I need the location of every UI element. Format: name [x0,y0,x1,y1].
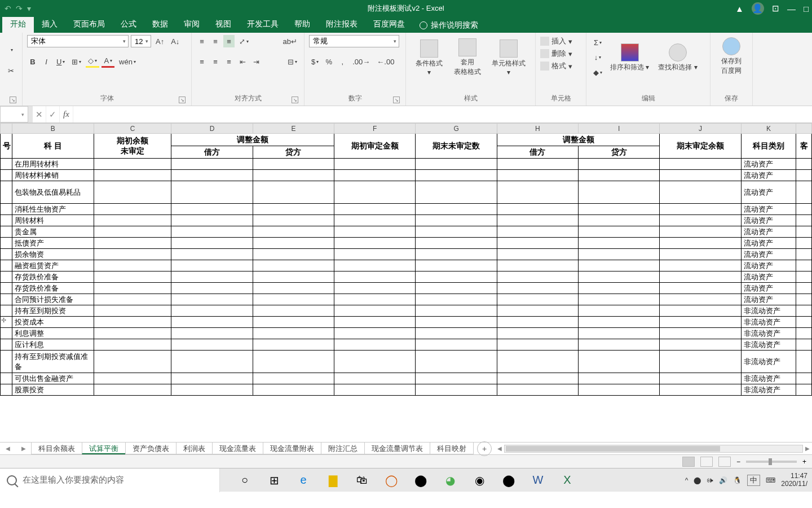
sheet-tab-科目余额表[interactable]: 科目余额表 [31,443,82,454]
table-row[interactable]: 持有至到期投资非流动资产 [1,305,812,317]
orientation-button[interactable]: ⤢ [237,35,251,47]
conditional-format-button[interactable]: 条件格式 ▾ [411,37,448,78]
tray-network-icon[interactable]: 🕪 [707,476,713,484]
decrease-indent-button[interactable]: ⇤ [237,55,248,68]
align-center-button[interactable]: ≡ [210,55,221,68]
table-row[interactable]: 融资租赁资产流动资产 [1,260,812,271]
phonetic-button[interactable]: wén [117,55,138,68]
tab-开始[interactable]: 开始 [2,16,34,33]
edge-icon[interactable]: e [295,472,311,488]
percent-button[interactable]: % [323,55,334,68]
cortana-icon[interactable]: ○ [237,472,253,488]
table-row[interactable]: 可供出售金融资产非流动资产 [1,373,812,384]
decrease-decimal-button[interactable]: ←.00 [374,55,396,68]
align-top-button[interactable]: ≡ [196,35,208,47]
word-icon[interactable]: W [530,472,546,488]
align-middle-button[interactable]: ≡ [210,35,221,47]
find-select-button[interactable]: 查找和选择 ▾ [655,35,700,80]
sheet-tab-科目映射[interactable]: 科目映射 [430,443,474,454]
font-size-combo[interactable]: 12 [131,35,151,47]
app-icon-1[interactable]: ◯ [383,472,399,488]
sheet-tab-现金流量调节表[interactable]: 现金流量调节表 [364,443,430,454]
tab-数据[interactable]: 数据 [144,16,176,33]
minimize-icon[interactable]: — [787,4,796,14]
sheet-tab-利润表[interactable]: 利润表 [176,443,213,454]
sheet-nav-next[interactable]: ▶ [16,443,32,454]
sheet-tab-现金流量附表[interactable]: 现金流量附表 [263,443,321,454]
tab-插入[interactable]: 插入 [34,16,65,33]
font-color-button[interactable]: A [102,55,114,68]
store-icon[interactable]: 🛍 [354,472,370,488]
tray-volume-icon[interactable]: 🔊 [719,476,727,484]
cell-styles-button[interactable]: 单元格样式 ▾ [487,37,531,78]
table-row[interactable]: 周转材料摊销流动资产 [1,170,812,181]
warning-icon[interactable]: ▲ [735,4,744,14]
paste-button[interactable] [5,35,17,64]
dialog-launcher-icon[interactable]: ↘ [10,97,16,103]
comma-button[interactable]: , [337,55,348,68]
fill-color-button[interactable]: ◇ [86,55,99,68]
chrome-icon[interactable]: ◉ [471,472,487,488]
ime-indicator[interactable]: 中 [747,475,760,486]
name-box[interactable] [0,106,28,122]
formula-bar[interactable] [73,106,812,122]
tray-cloud-icon[interactable]: ⬤ [694,476,701,484]
cancel-formula-icon[interactable]: ✕ [33,106,46,122]
sheet-nav-prev[interactable]: ◀ [0,443,16,454]
align-bottom-button[interactable]: ≡ [223,35,235,47]
dialog-launcher-icon[interactable]: ↘ [179,97,186,103]
accounting-format-button[interactable]: $ [309,55,321,68]
tab-帮助[interactable]: 帮助 [286,16,318,33]
align-left-button[interactable]: ≡ [196,55,208,68]
align-right-button[interactable]: ≡ [223,55,235,68]
dialog-launcher-icon[interactable]: ↘ [393,97,400,103]
tab-百度网盘[interactable]: 百度网盘 [365,16,413,33]
redo-icon[interactable]: ↷ [16,4,23,13]
tab-页面布局[interactable]: 页面布局 [65,16,113,33]
increase-font-button[interactable]: A↑ [153,35,166,47]
format-as-table-button[interactable]: 套用 表格格式 [451,36,484,79]
windows-search[interactable]: 在这里输入你要搜索的内容 [0,468,220,492]
merge-button[interactable]: ⊟ [285,55,299,68]
table-row[interactable]: 消耗性生物资产流动资产 [1,204,812,215]
dialog-launcher-icon[interactable]: ↘ [292,97,298,103]
font-name-combo[interactable]: 宋体 [27,35,129,47]
sheet-tab-附注汇总[interactable]: 附注汇总 [321,443,365,454]
zoom-slider[interactable] [746,461,797,463]
account-avatar[interactable]: 👤 [752,2,764,15]
tab-附注报表[interactable]: 附注报表 [318,16,365,33]
table-row[interactable]: 贵金属流动资产 [1,226,812,238]
obs-icon[interactable]: ⬤ [501,472,517,488]
zoom-out-button[interactable]: − [736,458,740,466]
table-row[interactable]: 股票投资非流动资产 [1,384,812,396]
clear-button[interactable]: ◆ [591,67,604,79]
tray-qq-icon[interactable]: 🐧 [733,476,742,484]
table-row[interactable]: 在用周转材料流动资产 [1,159,812,170]
tab-公式[interactable]: 公式 [113,16,144,33]
table-row[interactable]: 合同预计损失准备流动资产 [1,294,812,305]
wrap-text-button[interactable]: ab↵ [281,35,299,47]
maximize-icon[interactable]: □ [804,4,809,14]
cut-button[interactable]: ✂ [5,64,17,77]
autosum-button[interactable]: Σ [591,36,604,49]
increase-indent-button[interactable]: ⇥ [250,55,262,68]
system-clock[interactable]: 11:47 2020/11/ [781,472,807,487]
explorer-icon[interactable]: ▇ [325,472,341,488]
table-row[interactable]: 抵债资产流动资产 [1,238,812,249]
table-row[interactable]: 持有至到期投资减值准备非流动资产 [1,351,812,373]
increase-decimal-button[interactable]: .00→ [350,55,372,68]
table-row[interactable]: 存货跌价准备流动资产 [1,271,812,283]
save-baidu-button[interactable]: 保存到 百度网 [715,35,748,78]
page-break-view-button[interactable] [718,457,731,467]
ribbon-options-icon[interactable]: ⊡ [772,3,779,14]
sort-filter-button[interactable]: 排序和筛选 ▾ [607,35,652,80]
sheet-tab-现金流量表[interactable]: 现金流量表 [212,443,263,454]
table-row[interactable]: 周转材料流动资产 [1,215,812,226]
normal-view-button[interactable] [682,457,695,467]
add-sheet-button[interactable]: + [477,441,492,456]
tab-视图[interactable]: 视图 [208,16,239,33]
excel-icon[interactable]: X [559,472,575,488]
tab-开发工具[interactable]: 开发工具 [239,16,286,33]
tab-审阅[interactable]: 审阅 [176,16,208,33]
qat-more-icon[interactable]: ▾ [27,4,31,13]
